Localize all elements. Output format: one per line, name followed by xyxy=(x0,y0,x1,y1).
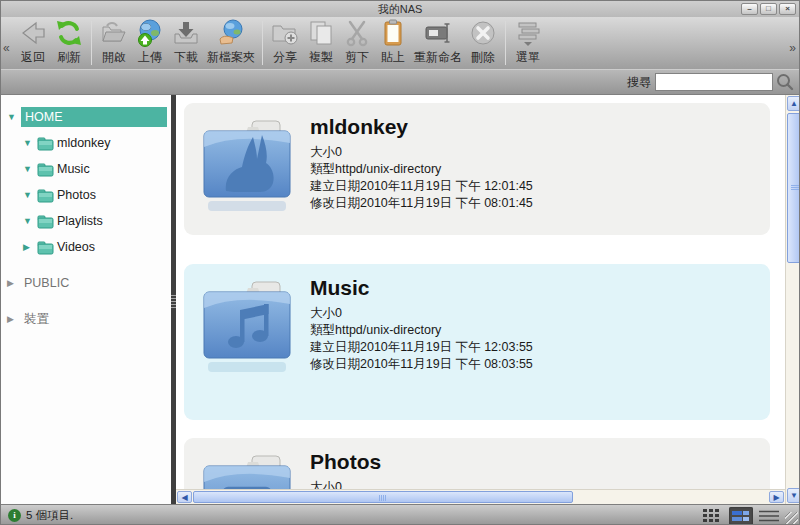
file-row-photos[interactable]: Photos 大小0 類型httpd/unix-directory xyxy=(184,438,770,489)
edit-group: 分享 複製 剪下 xyxy=(267,17,501,67)
resize-grip[interactable] xyxy=(785,512,798,525)
window-title: 我的NAS xyxy=(378,2,423,17)
sidebar-item-label: 裝置 xyxy=(24,311,49,328)
copy-label: 複製 xyxy=(309,49,333,66)
toolbar-collapse-left-icon[interactable]: « xyxy=(3,41,10,55)
search-input[interactable] xyxy=(655,73,773,91)
download-label: 下載 xyxy=(174,49,198,66)
folder-icon xyxy=(37,188,54,203)
back-button[interactable]: 返回 xyxy=(15,17,51,67)
collapse-icon[interactable]: ▶ xyxy=(7,314,21,324)
sidebar-item-videos[interactable]: ▶ Videos xyxy=(1,234,171,260)
sidebar-item-playlists[interactable]: ▼ Playlists xyxy=(1,208,171,234)
info-icon: i xyxy=(8,509,21,522)
file-modified: 修改日期2010年11月19日 下午 08:03:55 xyxy=(310,356,533,373)
search-icon xyxy=(775,72,795,92)
sidebar-item-mldonkey[interactable]: ▼ mldonkey xyxy=(1,130,171,156)
sidebar-item-photos[interactable]: ▼ Photos xyxy=(1,182,171,208)
menu-button[interactable]: 選單 xyxy=(510,17,546,67)
tree-gap xyxy=(1,260,171,270)
collapse-icon[interactable]: ▶ xyxy=(23,242,37,252)
file-size: 大小0 xyxy=(310,305,533,322)
search-label: 搜尋 xyxy=(627,74,651,91)
donkey-folder-icon xyxy=(198,113,296,217)
scroll-up-icon[interactable]: ▲ xyxy=(787,96,800,111)
download-button[interactable]: 下載 xyxy=(168,17,204,67)
horizontal-scrollbar[interactable]: ◀ ▶ xyxy=(176,489,785,504)
search-button[interactable] xyxy=(775,72,795,92)
detail-view-button[interactable] xyxy=(729,507,753,525)
refresh-label: 刷新 xyxy=(57,49,81,66)
cut-button[interactable]: 剪下 xyxy=(339,17,375,67)
expand-icon[interactable]: ▼ xyxy=(7,112,21,122)
file-list-pane: mldonkey 大小0 類型httpd/unix-directory 建立日期… xyxy=(176,95,800,504)
expand-icon[interactable]: ▼ xyxy=(23,216,37,226)
collapse-icon[interactable]: ▶ xyxy=(7,278,21,288)
vertical-scroll-thumb[interactable] xyxy=(787,113,800,263)
share-button[interactable]: 分享 xyxy=(267,17,303,67)
icon-view-button[interactable] xyxy=(701,507,725,525)
open-button[interactable]: 開啟 xyxy=(96,17,132,67)
nav-group: 返回 刷新 xyxy=(15,17,87,67)
file-name: Photos xyxy=(310,450,441,474)
file-type: 類型httpd/unix-directory xyxy=(310,161,533,178)
folder-icon xyxy=(37,214,54,229)
rename-button[interactable]: 重新命名 xyxy=(411,17,465,67)
menu-group: 選單 xyxy=(510,17,546,67)
file-row-mldonkey[interactable]: mldonkey 大小0 類型httpd/unix-directory 建立日期… xyxy=(184,103,770,235)
expand-icon[interactable]: ▼ xyxy=(23,164,37,174)
title-bar: 我的NAS – □ × xyxy=(1,1,799,17)
file-ops-group: 開啟 上傳 下載 xyxy=(96,17,258,67)
sidebar-item-devices[interactable]: ▶ 裝置 xyxy=(1,306,171,332)
sidebar-tree: ▼ HOME ▼ mldonkey ▼ Music xyxy=(1,95,171,504)
tree-gap xyxy=(1,296,171,306)
maximize-button[interactable]: □ xyxy=(760,3,777,15)
close-button[interactable]: × xyxy=(779,3,796,15)
file-created: 建立日期2010年11月19日 下午 12:03:55 xyxy=(310,339,533,356)
new-folder-button[interactable]: 新檔案夾 xyxy=(204,17,258,67)
file-row-music[interactable]: Music 大小0 類型httpd/unix-directory 建立日期201… xyxy=(184,264,770,420)
scroll-left-icon[interactable]: ◀ xyxy=(177,491,192,503)
expand-icon[interactable]: ▼ xyxy=(23,138,37,148)
scroll-down-icon[interactable]: ▼ xyxy=(787,488,800,503)
rename-label: 重新命名 xyxy=(414,49,462,66)
scroll-right-icon[interactable]: ▶ xyxy=(769,491,784,503)
sidebar-item-music[interactable]: ▼ Music xyxy=(1,156,171,182)
refresh-icon xyxy=(54,18,84,48)
list-view-button[interactable] xyxy=(757,507,781,525)
file-size: 大小0 xyxy=(310,479,441,489)
cut-icon xyxy=(342,18,372,48)
view-mode-switch xyxy=(701,507,781,525)
photos-folder-icon xyxy=(198,448,296,489)
horizontal-scroll-thumb[interactable] xyxy=(193,491,573,503)
window-controls: – □ × xyxy=(741,3,796,15)
file-type: 類型httpd/unix-directory xyxy=(310,322,533,339)
toolbar-separator xyxy=(91,21,92,65)
share-icon xyxy=(270,18,300,48)
paste-icon xyxy=(378,18,408,48)
status-bar: i 5 個項目. xyxy=(1,504,799,525)
delete-button[interactable]: 刪除 xyxy=(465,17,501,67)
sidebar-item-public[interactable]: ▶ PUBLIC xyxy=(1,270,171,296)
file-name: mldonkey xyxy=(310,115,533,139)
sidebar-item-home[interactable]: ▼ HOME xyxy=(1,104,171,130)
file-list-viewport: mldonkey 大小0 類型httpd/unix-directory 建立日期… xyxy=(176,95,785,489)
file-name: Music xyxy=(310,276,533,300)
share-label: 分享 xyxy=(273,49,297,66)
minimize-button[interactable]: – xyxy=(741,3,758,15)
copy-icon xyxy=(306,18,336,48)
file-modified: 修改日期2010年11月19日 下午 08:01:45 xyxy=(310,195,533,212)
upload-button[interactable]: 上傳 xyxy=(132,17,168,67)
vertical-scrollbar[interactable]: ▲ ▼ xyxy=(785,95,800,504)
sidebar-item-label: HOME xyxy=(21,107,167,127)
back-label: 返回 xyxy=(21,49,45,66)
paste-label: 貼上 xyxy=(381,49,405,66)
folder-icon xyxy=(37,162,54,177)
sidebar-item-label: Videos xyxy=(57,240,95,254)
cut-label: 剪下 xyxy=(345,49,369,66)
copy-button[interactable]: 複製 xyxy=(303,17,339,67)
paste-button[interactable]: 貼上 xyxy=(375,17,411,67)
toolbar-collapse-right-icon[interactable]: » xyxy=(789,41,796,55)
refresh-button[interactable]: 刷新 xyxy=(51,17,87,67)
expand-icon[interactable]: ▼ xyxy=(23,190,37,200)
